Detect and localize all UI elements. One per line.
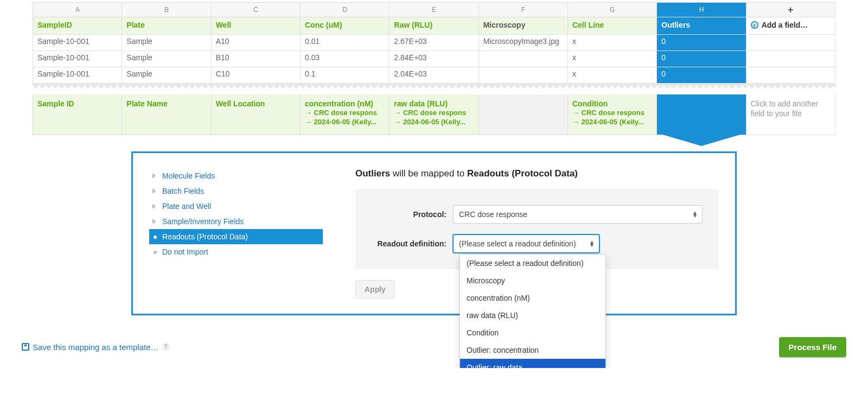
mapping-hint[interactable]: Click to add another field to your file	[746, 94, 835, 135]
header-cell[interactable]: Conc (uM)	[300, 17, 389, 35]
cell[interactable]: x	[567, 67, 656, 84]
cell[interactable]: Sample	[122, 67, 211, 84]
col-letter[interactable]: A	[33, 3, 122, 17]
apply-button[interactable]: Apply	[355, 280, 395, 299]
cell[interactable]	[478, 51, 567, 67]
col-letter[interactable]: E	[390, 3, 478, 17]
category-item[interactable]: Sample/Inventory Fields	[149, 214, 323, 229]
cell[interactable]: Sample-10-001	[33, 35, 122, 51]
cell-selected[interactable]: 0	[657, 35, 746, 51]
mapping-panel: Molecule Fields Batch Fields Plate and W…	[131, 151, 737, 315]
cell-selected[interactable]: 0	[657, 51, 746, 67]
expand-icon	[152, 219, 156, 224]
mapping-cell[interactable]: Sample ID	[33, 94, 122, 135]
cell[interactable]: x	[567, 51, 656, 67]
cell[interactable]: Sample-10-001	[33, 51, 122, 67]
cell	[746, 51, 835, 67]
protocol-select[interactable]: CRC dose response ▲▼	[453, 205, 703, 224]
header-row: SampleID Plate Well Conc (uM) Raw (RLU) …	[33, 17, 835, 35]
mapping-cell[interactable]: raw data (RLU) → CRC dose respons → 2024…	[390, 94, 478, 135]
cell[interactable]: Sample	[122, 35, 211, 51]
header-cell-selected[interactable]: Outliers	[657, 17, 746, 35]
category-item[interactable]: Do not Import	[149, 244, 323, 259]
mapping-form: Outliers will be mapped to Readouts (Pro…	[355, 168, 719, 299]
cell[interactable]: 2.04E+03	[390, 67, 478, 84]
save-template-label: Save this mapping as a template…	[33, 342, 159, 352]
col-letter[interactable]: G	[567, 3, 656, 17]
dropdown-option[interactable]: raw data (RLU)	[460, 307, 605, 324]
dropdown-option[interactable]: Microscopy	[460, 272, 605, 289]
mapping-cell[interactable]: concentration (nM) → CRC dose respons → …	[300, 94, 389, 135]
dropdown-option[interactable]: Outlier: concentration	[460, 341, 605, 359]
category-item[interactable]: Molecule Fields	[149, 168, 323, 183]
mapping-cell[interactable]: Condition → CRC dose respons → 2024-06-0…	[567, 94, 656, 135]
readout-select[interactable]: (Please select a readout definition) ▲▼	[453, 234, 599, 253]
col-letter[interactable]: C	[211, 3, 300, 17]
category-item[interactable]: Plate and Well	[149, 199, 323, 214]
cell[interactable]: 0.03	[300, 51, 389, 67]
add-field-label: Add a field…	[762, 21, 808, 29]
header-cell[interactable]: Plate	[122, 17, 211, 35]
cell[interactable]: B10	[211, 51, 300, 67]
cell	[746, 67, 835, 84]
readout-label: Readout definition:	[372, 239, 453, 248]
expand-icon	[152, 173, 156, 179]
cell-selected[interactable]: 0	[657, 67, 746, 84]
cell[interactable]	[478, 67, 567, 84]
table-row: Sample-10-001 Sample C10 0.1 2.04E+03 x …	[33, 67, 835, 84]
mapping-heading: Outliers will be mapped to Readouts (Pro…	[355, 168, 719, 179]
mapping-cell[interactable]: Plate Name	[122, 94, 211, 135]
cell[interactable]: A10	[211, 35, 300, 51]
cell	[746, 35, 835, 51]
cell[interactable]: MicroscopyImage3.jpg	[478, 35, 567, 51]
dropdown-option[interactable]: (Please select a readout definition)	[460, 255, 605, 272]
col-letter[interactable]: F	[478, 3, 567, 17]
add-field-cell[interactable]: +Add a field…	[746, 17, 835, 35]
bullet-icon	[154, 236, 157, 239]
cell[interactable]: Sample-10-001	[33, 67, 122, 84]
col-letter[interactable]: D	[300, 3, 389, 17]
category-list: Molecule Fields Batch Fields Plate and W…	[149, 168, 323, 259]
zigzag-separator	[33, 84, 835, 94]
import-grid: A B C D E F G H + SampleID Plate Well Co…	[33, 2, 835, 84]
header-cell[interactable]: SampleID	[33, 17, 122, 35]
readout-dropdown[interactable]: (Please select a readout definition) Mic…	[459, 254, 606, 368]
cell[interactable]: x	[567, 35, 656, 51]
mapping-cell-unmapped[interactable]	[478, 94, 567, 135]
dropdown-option-highlighted[interactable]: Outlier: raw data	[460, 359, 605, 368]
table-row: Sample-10-001 Sample A10 0.01 2.67E+03 M…	[33, 35, 835, 51]
cell[interactable]: 2.67E+03	[390, 35, 478, 51]
bullet-icon	[154, 251, 157, 254]
expand-icon	[152, 204, 156, 209]
category-item[interactable]: Batch Fields	[149, 183, 323, 199]
category-item-selected[interactable]: Readouts (Protocol Data)	[149, 229, 323, 244]
col-letter[interactable]: B	[122, 3, 211, 17]
process-file-button[interactable]: Process File	[779, 337, 846, 357]
dropdown-option[interactable]: concentration (nM)	[460, 289, 605, 307]
mapping-grid: Sample ID Plate Name Well Location conce…	[33, 94, 835, 135]
col-letter-selected[interactable]: H	[657, 3, 746, 17]
plus-circle-icon: +	[751, 21, 758, 29]
dropdown-option[interactable]: Condition	[460, 324, 605, 341]
header-cell[interactable]: Microscopy	[478, 17, 567, 35]
footer: Save this mapping as a template… ? Proce…	[22, 337, 846, 357]
add-column-icon[interactable]: +	[746, 3, 835, 17]
cell[interactable]: 2.84E+03	[390, 51, 478, 67]
caret-icon: ▲▼	[589, 240, 595, 247]
protocol-label: Protocol:	[372, 210, 453, 219]
table-row: Sample-10-001 Sample B10 0.03 2.84E+03 x…	[33, 51, 835, 67]
header-cell[interactable]: Well	[211, 17, 300, 35]
mapping-cell[interactable]: Well Location	[211, 94, 300, 135]
cell[interactable]: Sample	[122, 51, 211, 67]
cell[interactable]: 0.01	[300, 35, 389, 51]
help-icon[interactable]: ?	[162, 343, 170, 351]
mapping-row: Sample ID Plate Name Well Location conce…	[33, 94, 835, 135]
cell[interactable]: 0.1	[300, 67, 389, 84]
header-cell[interactable]: Cell Line	[567, 17, 656, 35]
mapping-cell-selected[interactable]	[657, 94, 746, 135]
expand-icon	[152, 188, 156, 194]
cell[interactable]: C10	[211, 67, 300, 84]
header-cell[interactable]: Raw (RLU)	[390, 17, 478, 35]
caret-icon: ▲▼	[692, 211, 698, 218]
save-template-link[interactable]: Save this mapping as a template… ?	[22, 342, 170, 352]
